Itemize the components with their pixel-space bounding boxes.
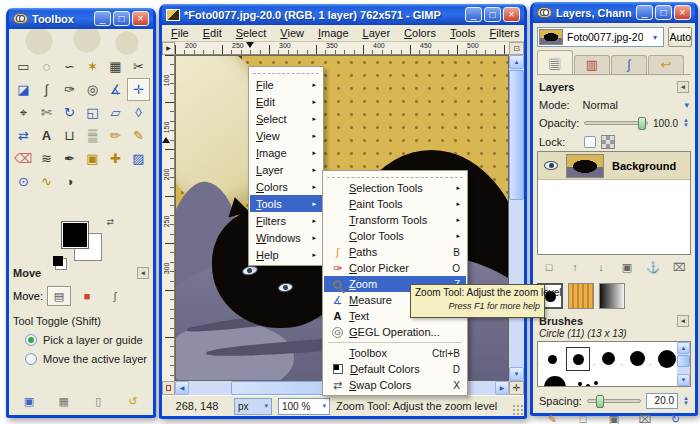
- quick-mask-toggle-icon[interactable]: [162, 381, 175, 395]
- spin-down-icon[interactable]: ▼: [683, 401, 689, 406]
- minimize-icon[interactable]: _: [636, 5, 653, 20]
- scroll-up-icon[interactable]: ▲: [677, 342, 690, 354]
- brush-item[interactable]: [548, 355, 557, 364]
- tab-paths[interactable]: ∫: [611, 55, 647, 74]
- tool-scissors-select[interactable]: ✂: [127, 55, 150, 78]
- maximize-icon[interactable]: □: [484, 7, 501, 22]
- context-menu-layer[interactable]: Layer▸: [250, 161, 322, 178]
- tool-dodge-burn[interactable]: ◑: [58, 170, 81, 193]
- tool-pencil[interactable]: ✏: [104, 124, 127, 147]
- menu-filters[interactable]: Filters: [483, 27, 527, 39]
- layer-row-background[interactable]: Background: [538, 152, 690, 180]
- tool-foreground-select[interactable]: ◪: [12, 78, 35, 101]
- spacing-spinner[interactable]: ▲▼: [683, 396, 689, 406]
- resize-grip[interactable]: [512, 404, 523, 415]
- brush-item[interactable]: [544, 376, 566, 387]
- delete-layer-icon[interactable]: ⌧: [667, 259, 691, 276]
- tool-perspective-clone[interactable]: ▨: [127, 147, 150, 170]
- context-menu-file[interactable]: File▸: [250, 76, 322, 93]
- tool-perspective[interactable]: ◊: [127, 101, 150, 124]
- submenu-color-picker[interactable]: ✑Color PickerO: [324, 260, 466, 276]
- opacity-slider[interactable]: [584, 121, 648, 125]
- tool-fuzzy-select[interactable]: ✶: [81, 55, 104, 78]
- tool-bucket-fill[interactable]: ⊔: [58, 124, 81, 147]
- tool-ink[interactable]: ✒: [58, 147, 81, 170]
- close-icon[interactable]: ×: [132, 11, 149, 26]
- collapse-icon[interactable]: ◂: [677, 315, 689, 327]
- tool-heal[interactable]: ✚: [104, 147, 127, 170]
- zoom-dropdown[interactable]: 100 % ▾: [278, 398, 330, 415]
- raise-layer-icon[interactable]: ↑: [563, 259, 587, 276]
- submenu-gegl-operation[interactable]: GGEGL Operation...: [324, 324, 466, 340]
- tool-airbrush[interactable]: ≋: [35, 147, 58, 170]
- lock-pixels-icon[interactable]: [601, 135, 615, 149]
- context-menu-help[interactable]: Help▸: [250, 246, 322, 263]
- edit-brush-icon[interactable]: ✎: [540, 411, 564, 424]
- maximize-icon[interactable]: □: [655, 5, 672, 20]
- tool-ellipse-select[interactable]: ◌: [35, 55, 58, 78]
- brush-item[interactable]: [630, 351, 645, 366]
- pan-navigate-icon[interactable]: ✛: [509, 381, 524, 395]
- visibility-eye-icon[interactable]: [544, 161, 558, 170]
- brush-scrollbar[interactable]: ▲ ▼: [677, 342, 690, 386]
- move-selection-button[interactable]: ■: [75, 286, 99, 306]
- zoom-follow-window-icon[interactable]: ⊡: [509, 42, 524, 55]
- scroll-up-icon[interactable]: ▲: [509, 55, 524, 69]
- tool-flip[interactable]: ⇄: [12, 124, 35, 147]
- tool-paintbrush[interactable]: ✎: [127, 124, 150, 147]
- spin-down-icon[interactable]: ▼: [683, 123, 689, 128]
- active-pattern-swatch[interactable]: [568, 283, 594, 309]
- image-selector-dropdown[interactable]: Foto0077.jpg-20 ▾: [537, 27, 664, 47]
- anchor-layer-icon[interactable]: ⚓: [641, 259, 665, 276]
- submenu-selection-tools[interactable]: Selection Tools▸: [324, 180, 466, 196]
- reset-options-icon[interactable]: ↺: [123, 393, 143, 409]
- close-icon[interactable]: ×: [674, 5, 691, 20]
- tool-crop[interactable]: ✄: [35, 101, 58, 124]
- submenu-default-colors[interactable]: Default ColorsD: [324, 361, 466, 377]
- context-menu-edit[interactable]: Edit▸: [250, 93, 322, 110]
- collapse-icon[interactable]: ◂: [137, 267, 149, 279]
- tearoff-line[interactable]: [327, 173, 463, 178]
- submenu-transform-tools[interactable]: Transform Tools▸: [324, 212, 466, 228]
- tab-undo-history[interactable]: ↩: [648, 55, 684, 74]
- image-window-titlebar[interactable]: *Foto0077.jpg-20.0 (RGB, 1 layer) 762x57…: [162, 4, 524, 25]
- mode-value[interactable]: Normal: [583, 99, 618, 111]
- scroll-left-icon[interactable]: ◀: [175, 381, 189, 395]
- tab-layers[interactable]: ▤: [537, 50, 573, 74]
- tab-channels[interactable]: ▥: [574, 55, 610, 74]
- tool-rectangle-select[interactable]: ▭: [12, 55, 35, 78]
- duplicate-layer-icon[interactable]: ▣: [615, 259, 639, 276]
- active-gradient-swatch[interactable]: [599, 283, 625, 309]
- chevron-down-icon[interactable]: ▾: [684, 100, 689, 110]
- move-layer-button[interactable]: ▤: [47, 286, 71, 306]
- restore-options-icon[interactable]: ▦: [54, 393, 74, 409]
- refresh-brushes-icon[interactable]: ↻: [664, 411, 688, 424]
- slider-thumb[interactable]: [596, 395, 604, 408]
- new-brush-icon[interactable]: □: [571, 411, 595, 424]
- tool-color-picker[interactable]: ✑: [58, 78, 81, 101]
- menu-edit[interactable]: Edit: [196, 27, 229, 39]
- move-path-button[interactable]: ∫: [103, 286, 127, 306]
- submenu-paths[interactable]: ∫PathsB: [324, 244, 466, 260]
- duplicate-brush-icon[interactable]: ▣: [602, 411, 626, 424]
- context-menu-view[interactable]: View▸: [250, 127, 322, 144]
- chevron-down-icon[interactable]: ▾: [647, 33, 662, 42]
- toolbox-titlebar[interactable]: Toolbox _ □ ×: [9, 8, 153, 29]
- context-menu-select[interactable]: Select▸: [250, 110, 322, 127]
- layer-thumbnail[interactable]: [566, 154, 604, 178]
- maximize-icon[interactable]: □: [113, 11, 130, 26]
- save-options-icon[interactable]: ▣: [19, 393, 39, 409]
- submenu-swap-colors[interactable]: ⇄Swap ColorsX: [324, 377, 466, 393]
- context-menu-tools[interactable]: Tools▸: [250, 195, 322, 212]
- tool-move[interactable]: ✛: [127, 78, 150, 101]
- delete-options-icon[interactable]: ▯: [88, 393, 108, 409]
- tool-select-by-color[interactable]: ▦: [104, 55, 127, 78]
- menu-tools[interactable]: Tools: [443, 27, 483, 39]
- tool-scale[interactable]: ◱: [81, 101, 104, 124]
- context-menu-image[interactable]: Image▸: [250, 144, 322, 161]
- delete-brush-icon[interactable]: ⌧: [633, 411, 657, 424]
- radio-pick-layer[interactable]: [25, 334, 37, 346]
- opacity-spinner[interactable]: ▲▼: [683, 118, 689, 128]
- unit-dropdown[interactable]: px ▾: [234, 398, 272, 415]
- brush-item-selected[interactable]: [566, 347, 590, 371]
